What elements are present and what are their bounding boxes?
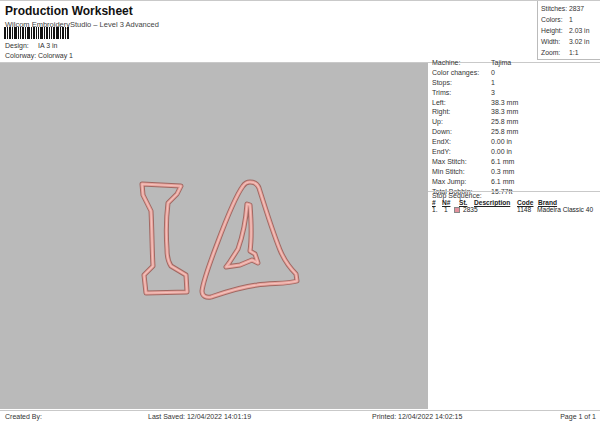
design-summary-box: Stitches:2837 Colors:1 Height:2.03 in Wi… [537,1,600,60]
page-title: Production Worksheet [5,4,133,18]
table-row-brand: Madeira Classic 40 [537,206,593,213]
trims-value: 3 [491,88,495,98]
embroidery-design-ia [0,63,428,409]
min-stitch-label: Min Stitch: [432,167,491,177]
detail-row-color-changes: Color changes:0 [432,68,600,78]
stop-sequence-title: Stop Sequence: [432,192,482,199]
column-header-needle: N# [442,199,450,206]
right-value: 38.3 mm [491,107,518,117]
thread-color-swatch [454,207,460,213]
footer-last-saved: Last Saved: 12/04/2022 14:01:19 [148,413,251,420]
stitches-value: 2837 [569,3,584,14]
colorway-label: Colorway: [5,52,36,59]
height-value: 2.03 in [569,25,589,36]
down-label: Down: [432,127,491,137]
detail-row-max-stitch: Max Stitch:6.1 mm [432,157,600,167]
table-row-num: 1. [432,206,438,213]
height-label: Height: [541,25,569,36]
summary-row-width: Width:3.02 in [541,36,600,47]
width-label: Width: [541,36,569,47]
design-name-row: Design: IA 3 in [5,42,57,49]
footer-created-by: Created By: [5,413,42,420]
down-value: 25.8 mm [491,127,518,137]
zoom-value: 1:1 [569,47,578,58]
colorway-row: Colorway: Colorway 1 [5,52,73,59]
stops-value: 1 [491,78,495,88]
endx-value: 0.00 in [491,137,512,147]
colors-value: 1 [569,14,573,25]
column-header-num: # [432,199,436,206]
summary-row-colors: Colors:1 [541,14,600,25]
up-value: 25.8 mm [491,117,518,127]
detail-row-right: Right:38.3 mm [432,107,600,117]
endx-label: EndX: [432,137,491,147]
zoom-label: Zoom: [541,47,569,58]
stitches-label: Stitches: [541,3,569,14]
detail-row-trims: Trims:3 [432,88,600,98]
stops-label: Stops: [432,78,491,88]
colors-label: Colors: [541,14,569,25]
table-row-needle: 1 [444,206,448,213]
up-label: Up: [432,117,491,127]
endy-value: 0.00 in [491,147,512,157]
footer-divider [0,410,600,411]
detail-row-left: Left:38.3 mm [432,98,600,108]
detail-row-endy: EndY:0.00 in [432,147,600,157]
production-worksheet-page: Production Worksheet Wilcom EmbroiderySt… [0,0,600,424]
column-header-brand: Brand [538,199,557,206]
detail-row-down: Down:25.8 mm [432,127,600,137]
summary-row-zoom: Zoom:1:1 [541,47,600,58]
detail-row-machine: Machine:Tajima [432,58,600,68]
column-header-description: Description [474,199,510,206]
design-value: IA 3 in [38,42,57,49]
detail-row-endx: EndX:0.00 in [432,137,600,147]
min-stitch-value: 0.3 mm [491,167,514,177]
column-header-code: Code [517,199,533,206]
detail-row-stops: Stops:1 [432,78,600,88]
left-value: 38.3 mm [491,98,518,108]
color-changes-label: Color changes: [432,68,491,78]
colorway-value: Colorway 1 [38,52,73,59]
max-jump-label: Max Jump: [432,177,491,187]
max-stitch-label: Max Stitch: [432,157,491,167]
detail-row-up: Up:25.8 mm [432,117,600,127]
left-label: Left: [432,98,491,108]
trims-label: Trims: [432,88,491,98]
width-value: 3.02 in [569,36,589,47]
right-label: Right: [432,107,491,117]
color-changes-value: 0 [491,68,495,78]
machine-details-panel: Machine:Tajima Color changes:0 Stops:1 T… [432,58,600,196]
machine-value: Tajima [491,58,511,68]
max-stitch-value: 6.1 mm [491,157,514,167]
footer-printed: Printed: 12/04/2022 14:02:15 [372,413,462,420]
machine-label: Machine: [432,58,491,68]
table-row-code: 1148 [517,206,531,213]
table-row-stitches: 2835 [463,206,478,213]
endy-label: EndY: [432,147,491,157]
barcode-image [4,27,70,39]
design-label: Design: [5,42,36,49]
footer-page-number: Page 1 of 1 [560,413,596,420]
design-preview-canvas [0,63,428,409]
max-jump-value: 6.1 mm [491,177,514,187]
column-header-stitches: St. [459,199,467,206]
detail-row-max-jump: Max Jump:6.1 mm [432,177,600,187]
summary-row-stitches: Stitches:2837 [541,3,600,14]
detail-row-min-stitch: Min Stitch:0.3 mm [432,167,600,177]
summary-row-height: Height:2.03 in [541,25,600,36]
